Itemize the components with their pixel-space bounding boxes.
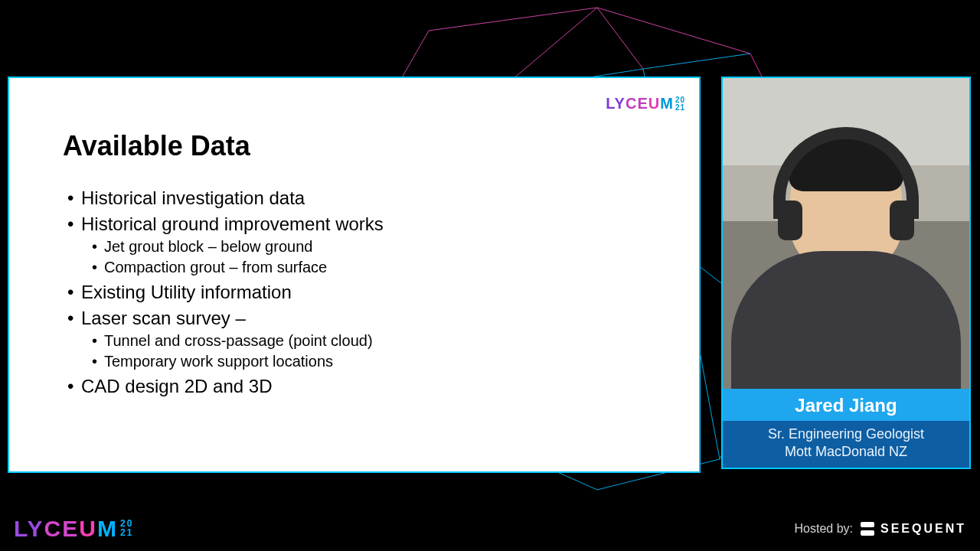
- hosted-by: Hosted by: SEEQUENT: [795, 522, 967, 536]
- bullet-item: Existing Utility information: [63, 279, 653, 305]
- svg-line-21: [597, 8, 643, 69]
- slide-title: Available Data: [63, 130, 653, 162]
- speaker-role: Sr. Engineering Geologist Mott MacDonald…: [723, 421, 969, 468]
- host-brand-logo: SEEQUENT: [861, 522, 966, 536]
- slide-bullets: Historical investigation data Historical…: [63, 185, 653, 399]
- event-logo-small: LYCEUM2021: [606, 95, 685, 112]
- sub-bullet-item: Jet grout block – below ground: [92, 236, 653, 257]
- svg-line-6: [643, 54, 750, 69]
- seequent-mark-icon: [861, 522, 874, 536]
- event-logo-large: LYCEUM2021: [14, 516, 133, 542]
- presentation-slide: LYCEUM2021 Available Data Historical inv…: [8, 77, 701, 473]
- sub-bullet-item: Temporary work support locations: [92, 351, 653, 372]
- hosted-label: Hosted by:: [795, 522, 853, 536]
- svg-line-0: [429, 8, 597, 31]
- speaker-panel: Jared Jiang Sr. Engineering Geologist Mo…: [721, 77, 971, 469]
- sub-bullet-item: Compaction grout – from surface: [92, 257, 653, 278]
- footer-bar: LYCEUM2021 Hosted by: SEEQUENT: [0, 516, 980, 542]
- bullet-item: Historical investigation data: [63, 185, 653, 211]
- bullet-item: Laser scan survey – Tunnel and cross-pas…: [63, 305, 653, 373]
- speaker-video: [723, 78, 969, 389]
- svg-line-1: [597, 8, 750, 54]
- speaker-name: Jared Jiang: [723, 389, 969, 421]
- sub-bullet-item: Tunnel and cross-passage (point cloud): [92, 331, 653, 351]
- bullet-item: Historical ground improvement works Jet …: [63, 211, 653, 279]
- bullet-item: CAD design 2D and 3D: [63, 373, 653, 399]
